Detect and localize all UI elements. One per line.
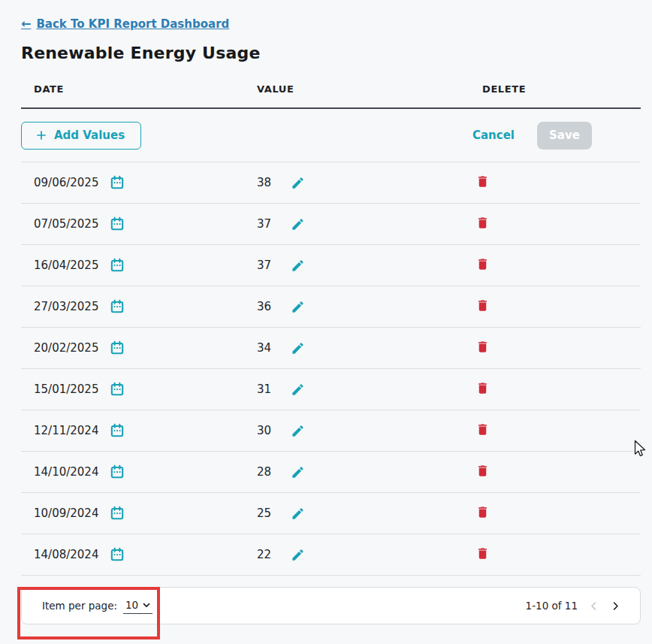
pencil-edit-icon [291,424,305,438]
edit-value-button[interactable] [291,300,305,314]
value-number: 22 [257,548,271,561]
delete-row-button[interactable] [475,381,490,395]
calendar-picker-button[interactable] [110,382,125,397]
table-row: 27/03/2025 36 [21,286,641,328]
edit-value-button[interactable] [291,341,305,355]
trash-icon [475,298,490,313]
column-header-value: VALUE [257,83,482,95]
delete-cell [482,422,641,440]
delete-row-button[interactable] [475,257,490,271]
edit-value-button[interactable] [291,465,305,479]
table-row: 09/06/2025 38 [21,162,641,204]
calendar-picker-button[interactable] [110,423,125,438]
table-row: 14/10/2024 28 [21,452,641,493]
delete-cell [482,340,641,357]
delete-row-button[interactable] [475,174,490,189]
calendar-icon [110,506,125,521]
delete-cell [482,464,641,481]
calendar-picker-button[interactable] [110,258,125,273]
calendar-icon [110,258,125,273]
trash-icon [475,257,490,271]
value-number: 34 [257,341,271,355]
delete-row-button[interactable] [475,505,490,519]
plus-icon [35,129,47,141]
calendar-icon [110,382,125,397]
calendar-icon [110,423,125,438]
value-cell: 36 [257,300,482,314]
back-link-label: Back To KPI Report Dashboard [36,17,229,31]
value-number: 30 [257,424,271,437]
calendar-picker-button[interactable] [110,175,125,190]
date-cell: 27/03/2025 [21,299,257,314]
trash-icon [475,546,490,561]
trash-icon [475,381,490,395]
add-values-button[interactable]: Add Values [21,122,141,150]
value-cell: 34 [257,341,482,355]
value-cell: 22 [257,548,482,562]
edit-value-button[interactable] [291,548,305,562]
date-value: 15/01/2025 [34,382,98,396]
date-cell: 14/08/2024 [21,547,257,562]
back-arrow-icon: ← [21,17,31,31]
delete-cell [482,546,641,564]
items-per-page-label: Item per page: [42,600,117,612]
calendar-icon [110,299,125,314]
items-per-page-select[interactable]: 10 [123,597,152,614]
calendar-picker-button[interactable] [110,216,125,231]
trash-icon [475,216,490,230]
edit-value-button[interactable] [291,506,305,521]
edit-value-button[interactable] [291,424,305,438]
save-button[interactable]: Save [537,122,592,150]
table-body: 09/06/2025 38 [21,162,641,576]
table-row: 12/11/2024 30 [21,410,641,452]
date-cell: 14/10/2024 [21,464,257,479]
delete-row-button[interactable] [475,216,490,230]
value-cell: 37 [257,259,482,273]
pencil-edit-icon [291,217,305,231]
pencil-edit-icon [291,382,305,397]
date-cell: 12/11/2024 [21,423,257,438]
calendar-icon [110,547,125,562]
delete-cell [482,298,641,316]
back-to-dashboard-link[interactable]: ← Back To KPI Report Dashboard [21,17,229,31]
calendar-picker-button[interactable] [110,299,125,314]
save-cancel-group: Cancel Save [472,122,592,150]
next-page-button[interactable] [610,600,621,612]
edit-value-button[interactable] [291,217,305,231]
delete-cell [482,216,641,233]
value-number: 37 [257,217,271,231]
edit-value-button[interactable] [291,382,305,397]
value-number: 25 [257,506,271,520]
previous-page-button[interactable] [588,600,599,612]
table-row: 16/04/2025 37 [21,245,641,286]
date-value: 14/10/2024 [34,465,98,479]
edit-value-button[interactable] [291,259,305,273]
value-number: 31 [257,382,271,396]
table-row: 15/01/2025 31 [21,369,641,410]
value-cell: 38 [257,176,482,190]
calendar-picker-button[interactable] [110,340,125,355]
calendar-picker-button[interactable] [110,464,125,479]
chevron-left-icon [588,600,599,612]
delete-row-button[interactable] [475,340,490,354]
delete-row-button[interactable] [475,546,490,561]
calendar-picker-button[interactable] [110,547,125,562]
date-value: 12/11/2024 [34,424,98,437]
delete-row-button[interactable] [475,422,490,437]
delete-row-button[interactable] [475,298,490,313]
value-cell: 31 [257,382,482,397]
value-number: 38 [257,176,271,189]
table-row: 20/02/2025 34 [21,328,641,369]
delete-cell [482,174,641,192]
delete-row-button[interactable] [475,464,490,478]
table-actions-row: Add Values Cancel Save [21,109,641,162]
date-value: 20/02/2025 [34,341,98,355]
items-per-page: Item per page: 10 [42,597,152,614]
calendar-picker-button[interactable] [110,506,125,521]
edit-value-button[interactable] [291,176,305,190]
trash-icon [475,505,490,519]
date-value: 10/09/2024 [34,506,98,520]
date-cell: 15/01/2025 [21,382,257,397]
date-cell: 10/09/2024 [21,506,257,521]
cancel-button[interactable]: Cancel [472,128,515,142]
